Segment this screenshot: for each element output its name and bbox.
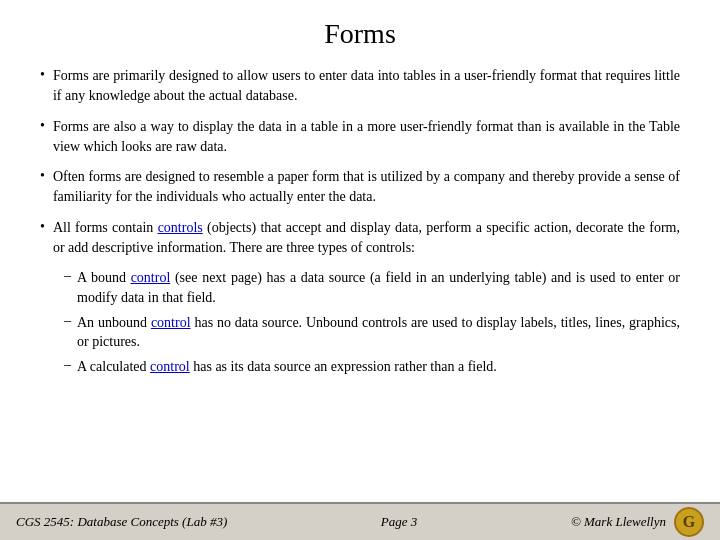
sub-dash-3: – bbox=[64, 357, 71, 373]
bullet-3: • Often forms are designed to resemble a… bbox=[40, 167, 680, 208]
sub-bullet-2: – An unbound control has no data source.… bbox=[64, 313, 680, 352]
sub-bullet-3: – A calculated control has as its data s… bbox=[64, 357, 680, 377]
bullet-text-1: Forms are primarily designed to allow us… bbox=[53, 66, 680, 107]
bullet4-highlight: controls bbox=[158, 220, 203, 235]
footer-course: CGS 2545: Database Concepts (Lab #3) bbox=[16, 514, 227, 530]
sub-text-3: A calculated control has as its data sou… bbox=[77, 357, 497, 377]
sub3-highlight: control bbox=[150, 359, 190, 374]
sub-bullet-1: – A bound control (see next page) has a … bbox=[64, 268, 680, 307]
sub3-after: has as its data source an expression rat… bbox=[190, 359, 497, 374]
sub-text-2: An unbound control has no data source. U… bbox=[77, 313, 680, 352]
bullet4-text-before: All forms contain bbox=[53, 220, 158, 235]
footer-logo: G bbox=[674, 507, 704, 537]
bullet-text-2: Forms are also a way to display the data… bbox=[53, 117, 680, 158]
footer-copyright-text: © Mark Llewellyn bbox=[571, 514, 666, 530]
main-content: Forms • Forms are primarily designed to … bbox=[0, 0, 720, 502]
sub2-before: An unbound bbox=[77, 315, 151, 330]
bullet-text-4: All forms contain controls (objects) tha… bbox=[53, 218, 680, 259]
sub2-highlight: control bbox=[151, 315, 191, 330]
page-title: Forms bbox=[40, 18, 680, 50]
bullet-text-3: Often forms are designed to resemble a p… bbox=[53, 167, 680, 208]
bullet-marker-4: • bbox=[40, 219, 45, 235]
bullet-marker-2: • bbox=[40, 118, 45, 134]
page: Forms • Forms are primarily designed to … bbox=[0, 0, 720, 540]
sub1-before: A bound bbox=[77, 270, 131, 285]
bullet-1: • Forms are primarily designed to allow … bbox=[40, 66, 680, 107]
sub-dash-1: – bbox=[64, 268, 71, 284]
sub1-highlight: control bbox=[131, 270, 171, 285]
footer-page: Page 3 bbox=[381, 514, 417, 530]
sub-bullets: – A bound control (see next page) has a … bbox=[64, 268, 680, 376]
bullet-4: • All forms contain controls (objects) t… bbox=[40, 218, 680, 259]
bullet-marker-1: • bbox=[40, 67, 45, 83]
sub-dash-2: – bbox=[64, 313, 71, 329]
footer-copyright: © Mark Llewellyn G bbox=[571, 507, 704, 537]
bullet-2: • Forms are also a way to display the da… bbox=[40, 117, 680, 158]
sub-text-1: A bound control (see next page) has a da… bbox=[77, 268, 680, 307]
bullet-marker-3: • bbox=[40, 168, 45, 184]
footer: CGS 2545: Database Concepts (Lab #3) Pag… bbox=[0, 502, 720, 540]
sub3-before: A calculated bbox=[77, 359, 150, 374]
